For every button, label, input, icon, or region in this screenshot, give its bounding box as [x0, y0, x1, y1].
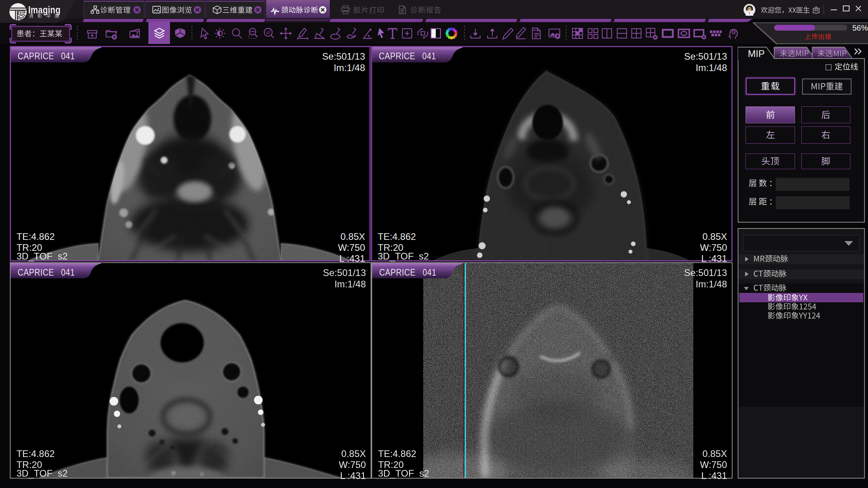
- svg-text:c: c: [736, 33, 738, 37]
- svg-text:x2: x2: [266, 30, 270, 35]
